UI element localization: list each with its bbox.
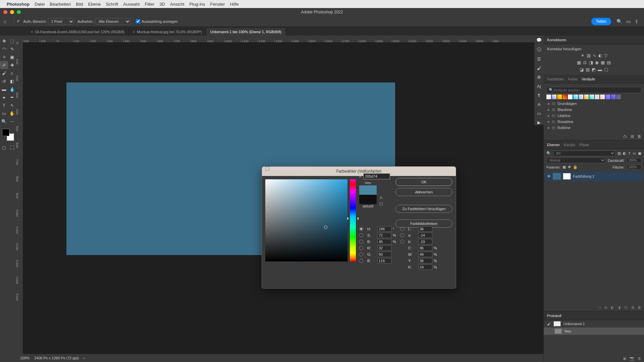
m-input[interactable] [418,252,432,257]
color-field-marker[interactable] [324,226,327,229]
marquee-tool[interactable]: ⬚ [8,37,16,45]
filter-type-icon[interactable]: T [628,152,631,156]
dodge-tool[interactable]: ● [0,93,8,101]
glyphs-icon[interactable]: A [538,102,541,107]
layer-name[interactable]: Farbfüllung 1 [573,174,594,178]
s-input[interactable] [377,233,391,238]
radio-bb[interactable] [359,259,363,263]
ok-button[interactable]: OK [395,178,452,186]
history-brush-tool[interactable]: ↺ [0,77,8,85]
menu-schrift[interactable]: Schrift [106,2,118,7]
menu-bearbeiten[interactable]: Bearbeiten [50,2,71,7]
radio-r[interactable] [359,246,363,250]
exposure-icon[interactable]: ◐ [598,53,602,58]
group-icon[interactable]: 🗀 [624,305,628,310]
move-tool[interactable]: ✥ [0,37,8,45]
websafe-warning-icon[interactable]: ▢ [379,201,383,206]
comments-icon[interactable]: 💬 [536,38,542,43]
colorlookup-icon[interactable]: ▤ [607,60,611,65]
colorbalance-icon[interactable]: ⚖ [583,60,587,65]
zoom-tool[interactable]: 🔍 [0,117,8,125]
eraser-tool[interactable]: ◧ [8,77,16,85]
gradient-search-input[interactable] [553,88,639,92]
lock-position-icon[interactable]: ✥ [568,165,571,169]
panel-tab-channels[interactable]: Kanäle [564,143,575,147]
crop-tool[interactable]: ⌗ [0,53,8,61]
brightness-icon[interactable]: ☀ [581,53,585,58]
g-input[interactable] [377,252,391,257]
web-colors-checkbox[interactable] [265,167,269,171]
gradient-folder[interactable]: ▶🗀Lilatöne [546,113,641,119]
layer-mask-thumbnail[interactable] [563,173,571,180]
add-to-swatches-button[interactable]: Zu Farbfeldern hinzufügen [395,205,452,213]
photofilter-icon[interactable]: ◉ [595,60,599,65]
trash-icon[interactable]: 🗑 [637,134,641,139]
frame-tool[interactable]: ▣ [8,53,16,61]
brush-settings-icon[interactable]: 🖌 [537,66,541,71]
threshold-icon[interactable]: ◩ [592,67,596,72]
doc-info[interactable]: 2400 Px x 1260 Px (72 ppi) [34,356,79,360]
gradientmap-icon[interactable]: ▬ [598,67,602,72]
current-color-swatch[interactable] [359,195,377,204]
radio-b[interactable] [359,240,363,244]
posterize-icon[interactable]: ▧ [586,67,590,72]
filter-adjust-icon[interactable]: ◐ [623,151,626,156]
heal-tool[interactable]: ✚ [8,61,16,69]
info-icon[interactable]: ⓘ [537,47,541,53]
lock-all-icon[interactable]: 🔒 [573,165,578,169]
fill-input[interactable] [627,165,641,170]
search-icon[interactable]: 🔍 [616,19,622,24]
selective-icon[interactable]: ▢ [604,67,608,72]
link-icon[interactable]: ⬭ [598,305,601,310]
a-input[interactable] [418,233,432,238]
gradient-tool[interactable]: ▬ [0,85,8,93]
blend-mode-select[interactable]: Normal [546,158,606,163]
bb-input[interactable] [377,258,391,263]
k-input[interactable] [418,264,432,270]
hue-slider[interactable] [350,179,356,261]
new-folder-icon[interactable]: 🗀 [623,134,627,139]
new-layer-icon[interactable]: ⊞ [631,305,634,310]
filter-icon[interactable]: 🔍 [546,151,551,156]
r-input[interactable] [377,245,391,251]
panel-tab[interactable]: Korrekturen [547,38,566,42]
export-icon[interactable]: ⇪ [635,19,639,24]
menu-plugins[interactable]: Plug-ins [190,2,205,7]
bv-input[interactable] [377,239,391,244]
sample-size-select[interactable]: 1 Pixel [48,18,74,25]
sample-from-select[interactable]: Alle Ebenen [96,18,130,25]
layer-item[interactable]: 👁 Farbfüllung 1 [545,172,643,181]
menu-fenster[interactable]: Fenster [210,2,225,7]
vibrance-icon[interactable]: ▽ [604,53,607,58]
create-doc-icon[interactable]: ▣ [623,356,626,361]
y-input[interactable] [418,258,432,263]
menu-ansicht[interactable]: Ansicht [170,2,184,7]
menu-3d[interactable]: 3D [159,2,165,7]
menu-filter[interactable]: Filter [145,2,154,7]
panel-tab-paths[interactable]: Pfade [579,143,589,147]
zoom-level[interactable]: 100% [20,356,30,360]
visibility-icon[interactable]: 👁 [547,174,551,178]
levels-icon[interactable]: ▥ [587,53,591,58]
filter-smart-icon[interactable]: ▣ [638,151,641,156]
radio-lb[interactable] [400,240,404,244]
play-icon[interactable]: ▶ [537,120,541,125]
history-state[interactable]: Neu [544,327,644,335]
menu-hilfe[interactable]: Hilfe [230,2,239,7]
lock-pixels-icon[interactable]: ▦ [562,165,566,169]
snapshot-icon[interactable]: 📷 [630,356,634,361]
new-color-swatch[interactable] [359,185,377,195]
new-item-icon[interactable]: ⊞ [631,134,634,139]
gradient-folder[interactable]: ▶🗀Rosatöne [546,119,641,125]
blur-tool[interactable]: 💧 [8,85,16,93]
fx-icon[interactable]: fx [604,305,607,310]
color-field[interactable] [265,179,347,261]
mask-icon[interactable]: ◐ [611,305,614,310]
gradient-folder[interactable]: ▶🗀Blautöne [546,107,641,113]
history-snapshot[interactable]: 🖌Unbenannt-1 [544,320,644,327]
radio-h[interactable] [359,227,363,231]
radio-s[interactable] [359,233,363,237]
hand-tool[interactable]: ✋ [8,109,16,117]
document-tab[interactable]: ×10-Facebook-Event-2400x1260.psd bei 120… [27,28,129,36]
trash-icon[interactable]: 🗑 [638,305,641,310]
